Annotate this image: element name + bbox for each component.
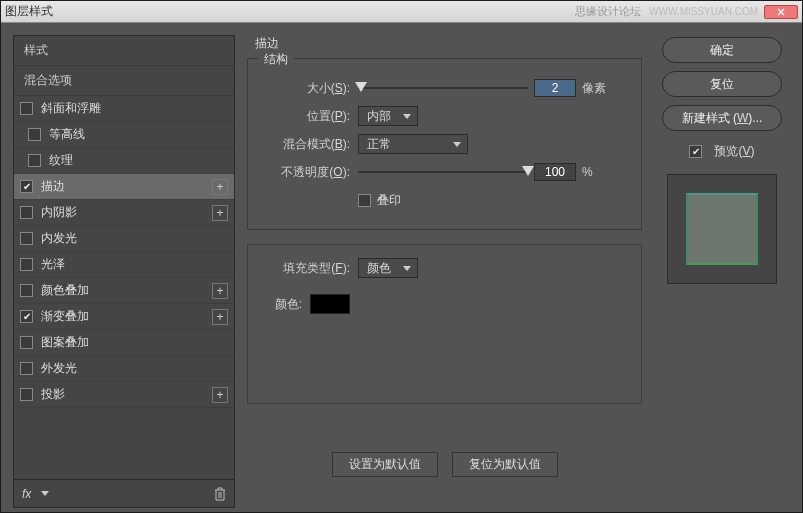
style-item-5[interactable]: 内发光	[14, 226, 234, 252]
reset-button[interactable]: 复位	[662, 71, 782, 97]
style-checkbox[interactable]	[20, 284, 33, 297]
style-label: 光泽	[41, 256, 228, 273]
add-effect-button[interactable]: +	[212, 205, 228, 221]
sidebar-footer: fx	[14, 479, 234, 507]
style-label: 等高线	[49, 126, 228, 143]
style-checkbox[interactable]	[20, 310, 33, 323]
ok-button[interactable]: 确定	[662, 37, 782, 63]
structure-group: 结构 大小(S): 2 像素 位置(P): 内部 混合模式(B): 正常	[247, 58, 642, 230]
style-label: 描边	[41, 178, 212, 195]
trash-icon[interactable]	[214, 487, 226, 501]
overprint-checkbox[interactable]	[358, 194, 371, 207]
position-select[interactable]: 内部	[358, 106, 418, 126]
style-label: 图案叠加	[41, 334, 228, 351]
style-item-0[interactable]: 斜面和浮雕	[14, 96, 234, 122]
style-item-8[interactable]: 渐变叠加+	[14, 304, 234, 330]
opacity-value[interactable]: 100	[534, 163, 576, 181]
style-label: 渐变叠加	[41, 308, 212, 325]
position-label: 位置(P):	[262, 108, 358, 125]
style-item-11[interactable]: 投影+	[14, 382, 234, 408]
new-style-button[interactable]: 新建样式 (W)...	[662, 105, 782, 131]
watermark-url: WWW.MISSYUAN.COM	[649, 6, 758, 17]
style-label: 投影	[41, 386, 212, 403]
style-checkbox[interactable]	[20, 180, 33, 193]
style-item-7[interactable]: 颜色叠加+	[14, 278, 234, 304]
add-effect-button[interactable]: +	[212, 387, 228, 403]
layer-style-dialog: 图层样式 思缘设计论坛 WWW.MISSYUAN.COM 样式 混合选项 斜面和…	[0, 0, 803, 513]
size-unit: 像素	[582, 80, 606, 97]
preview-label: 预览(V)	[714, 143, 754, 160]
size-slider[interactable]	[358, 80, 528, 96]
styles-header[interactable]: 样式	[14, 36, 234, 66]
style-item-6[interactable]: 光泽	[14, 252, 234, 278]
fill-color-label: 颜色:	[262, 296, 310, 313]
fill-type-select[interactable]: 颜色	[358, 258, 418, 278]
style-label: 内发光	[41, 230, 228, 247]
blend-mode-label: 混合模式(B):	[262, 136, 358, 153]
style-checkbox[interactable]	[20, 362, 33, 375]
window-title: 图层样式	[5, 3, 53, 20]
style-label: 内阴影	[41, 204, 212, 221]
close-button[interactable]	[764, 5, 798, 19]
blend-options-header[interactable]: 混合选项	[14, 66, 234, 96]
titlebar: 图层样式 思缘设计论坛 WWW.MISSYUAN.COM	[1, 1, 802, 23]
reset-default-button[interactable]: 复位为默认值	[452, 452, 558, 477]
style-label: 外发光	[41, 360, 228, 377]
close-icon	[777, 8, 785, 16]
opacity-label: 不透明度(O):	[262, 164, 358, 181]
size-value[interactable]: 2	[534, 79, 576, 97]
preview-thumbnail	[667, 174, 777, 284]
style-checkbox[interactable]	[28, 128, 41, 141]
add-effect-button[interactable]: +	[212, 179, 228, 195]
style-item-3[interactable]: 描边+	[14, 174, 234, 200]
styles-sidebar: 样式 混合选项 斜面和浮雕等高线纹理描边+内阴影+内发光光泽颜色叠加+渐变叠加+…	[13, 35, 235, 508]
fx-menu[interactable]: fx	[22, 487, 31, 501]
style-item-4[interactable]: 内阴影+	[14, 200, 234, 226]
panel-title: 描边	[255, 35, 642, 52]
size-label: 大小(S):	[262, 80, 358, 97]
structure-title: 结构	[258, 51, 294, 68]
overprint-label: 叠印	[377, 192, 401, 209]
blend-mode-select[interactable]: 正常	[358, 134, 468, 154]
chevron-down-icon	[41, 491, 49, 497]
style-checkbox[interactable]	[20, 388, 33, 401]
style-checkbox[interactable]	[20, 232, 33, 245]
style-item-9[interactable]: 图案叠加	[14, 330, 234, 356]
style-label: 纹理	[49, 152, 228, 169]
make-default-button[interactable]: 设置为默认值	[332, 452, 438, 477]
options-panel: 描边 结构 大小(S): 2 像素 位置(P): 内部 混合模式(B):	[247, 35, 642, 508]
style-checkbox[interactable]	[28, 154, 41, 167]
style-label: 斜面和浮雕	[41, 100, 228, 117]
fill-type-label: 填充类型(F):	[262, 260, 358, 277]
style-label: 颜色叠加	[41, 282, 212, 299]
add-effect-button[interactable]: +	[212, 283, 228, 299]
style-checkbox[interactable]	[20, 336, 33, 349]
style-checkbox[interactable]	[20, 258, 33, 271]
opacity-slider[interactable]	[358, 164, 528, 180]
add-effect-button[interactable]: +	[212, 309, 228, 325]
style-item-2[interactable]: 纹理	[14, 148, 234, 174]
fill-group: 填充类型(F): 颜色 颜色:	[247, 244, 642, 404]
style-item-10[interactable]: 外发光	[14, 356, 234, 382]
dialog-content: 样式 混合选项 斜面和浮雕等高线纹理描边+内阴影+内发光光泽颜色叠加+渐变叠加+…	[1, 23, 802, 512]
watermark-text: 思缘设计论坛	[575, 4, 641, 19]
style-item-1[interactable]: 等高线	[14, 122, 234, 148]
opacity-unit: %	[582, 165, 593, 179]
right-panel: 确定 复位 新建样式 (W)... 预览(V)	[654, 35, 790, 508]
style-checkbox[interactable]	[20, 206, 33, 219]
preview-swatch	[686, 193, 758, 265]
style-checkbox[interactable]	[20, 102, 33, 115]
preview-checkbox[interactable]	[689, 145, 702, 158]
fill-color-swatch[interactable]	[310, 294, 350, 314]
